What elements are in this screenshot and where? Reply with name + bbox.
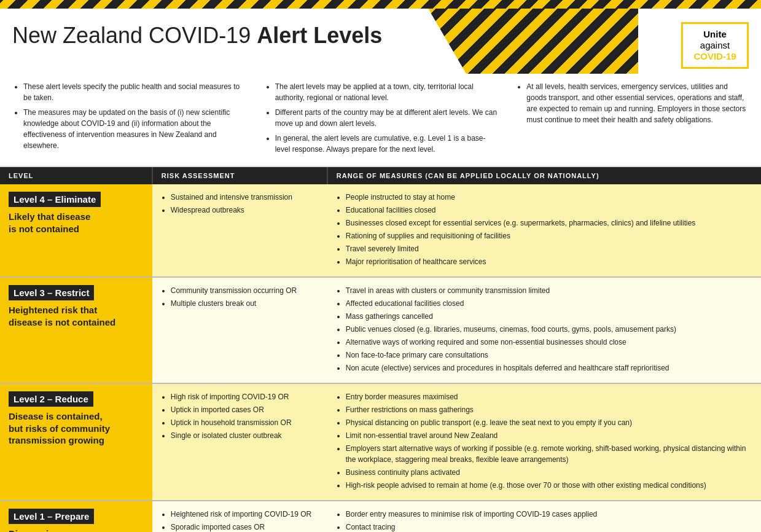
unite-covid: COVID-19 xyxy=(690,51,740,62)
measure-item: Business continuity plans activated xyxy=(346,467,752,478)
measure-item: Further restrictions on mass gatherings xyxy=(346,404,752,415)
risk-item: Heightened risk of importing COVID-19 OR xyxy=(171,509,319,520)
intro-col-2: The alert levels may be applied at a tow… xyxy=(264,81,498,158)
risk-item: Sporadic imported cases OR xyxy=(171,522,319,532)
measure-item: Affected educational facilities closed xyxy=(346,298,752,309)
intro-col-3: At all levels, health services, emergenc… xyxy=(515,81,749,158)
measure-item: Travel in areas with clusters or communi… xyxy=(346,285,752,296)
col-level-header: LEVEL xyxy=(0,167,152,184)
level-subtitle: Likely that disease is not contained xyxy=(9,211,144,235)
measure-item: Non acute (elective) services and proced… xyxy=(346,362,752,374)
measure-item: Rationing of supplies and requisitioning… xyxy=(346,230,752,241)
risk-item: Uptick in imported cases OR xyxy=(171,404,319,415)
unite-line2: against xyxy=(690,40,740,51)
measure-item: Public venues closed (e.g. libraries, mu… xyxy=(346,324,752,335)
intro-item: Different parts of the country may be at… xyxy=(275,107,498,129)
measure-item: People instructed to stay at home xyxy=(346,192,752,203)
risk-item: Widespread outbreaks xyxy=(171,205,319,216)
unite-line1: Unite xyxy=(690,29,740,40)
measure-item: Border entry measures to minimise risk o… xyxy=(346,509,752,520)
level-badge: Level 2 – Reduce xyxy=(9,391,93,407)
page-title: New Zealand COVID-19 Alert Levels xyxy=(12,23,382,48)
measure-item: Major reprioritisation of healthcare ser… xyxy=(346,256,752,267)
col-risk-header: RISK ASSESSMENT xyxy=(152,167,327,184)
level-subtitle: Heightened risk that disease is not cont… xyxy=(9,304,144,328)
table-row: Level 1 – PrepareDisease is containedHei… xyxy=(0,501,761,532)
risk-item: Uptick in household transmission OR xyxy=(171,417,319,428)
level-subtitle: Disease is contained, but risks of commu… xyxy=(9,410,144,447)
measure-item: Entry border measures maximised xyxy=(346,391,752,402)
table-row: Level 2 – ReduceDisease is contained, bu… xyxy=(0,383,761,501)
measure-item: Alternative ways of working required and… xyxy=(346,337,752,348)
risk-item: Multiple clusters break out xyxy=(171,298,319,309)
levels-table: LEVEL RISK ASSESSMENT RANGE OF MEASURES … xyxy=(0,167,761,532)
measure-item: Contact tracing xyxy=(346,522,752,532)
risk-item: Sustained and intensive transmission xyxy=(171,192,319,203)
risk-item: Single or isolated cluster outbreak xyxy=(171,430,319,441)
table-row: Level 3 – RestrictHeightened risk that d… xyxy=(0,277,761,383)
risk-item: High risk of importing COVID-19 OR xyxy=(171,391,319,402)
measure-item: Employers start alternative ways of work… xyxy=(346,443,752,465)
level-badge: Level 4 – Eliminate xyxy=(9,192,101,207)
unite-badge: Unite against COVID-19 xyxy=(681,22,749,69)
measure-item: Businesses closed except for essential s… xyxy=(346,217,752,229)
level-subtitle: Disease is contained xyxy=(9,528,144,532)
measure-item: Physical distancing on public transport … xyxy=(346,417,752,428)
measure-item: High-risk people advised to remain at ho… xyxy=(346,480,752,491)
table-header-row: LEVEL RISK ASSESSMENT RANGE OF MEASURES … xyxy=(0,167,761,184)
measure-item: Non face-to-face primary care consultati… xyxy=(346,350,752,361)
intro-section: These alert levels specify the public he… xyxy=(0,75,761,167)
measure-item: Educational facilities closed xyxy=(346,205,752,216)
risk-item: Community transmission occurring OR xyxy=(171,285,319,296)
col-measures-header: RANGE OF MEASURES (can be applied locall… xyxy=(327,167,761,184)
measure-item: Limit non-essential travel around New Ze… xyxy=(346,430,752,441)
table-row: Level 4 – EliminateLikely that disease i… xyxy=(0,184,761,277)
intro-col-1: These alert levels specify the public he… xyxy=(12,81,246,158)
intro-item: These alert levels specify the public he… xyxy=(23,81,246,103)
intro-item: The alert levels may be applied at a tow… xyxy=(275,81,498,103)
measure-item: Travel severely limited xyxy=(346,243,752,254)
intro-item: At all levels, health services, emergenc… xyxy=(526,81,749,125)
intro-item: In general, the alert levels are cumulat… xyxy=(275,133,498,155)
level-badge: Level 3 – Restrict xyxy=(9,285,94,300)
intro-item: The measures may be updated on the basis… xyxy=(23,107,246,151)
level-badge: Level 1 – Prepare xyxy=(9,509,94,524)
measure-item: Mass gatherings cancelled xyxy=(346,311,752,322)
